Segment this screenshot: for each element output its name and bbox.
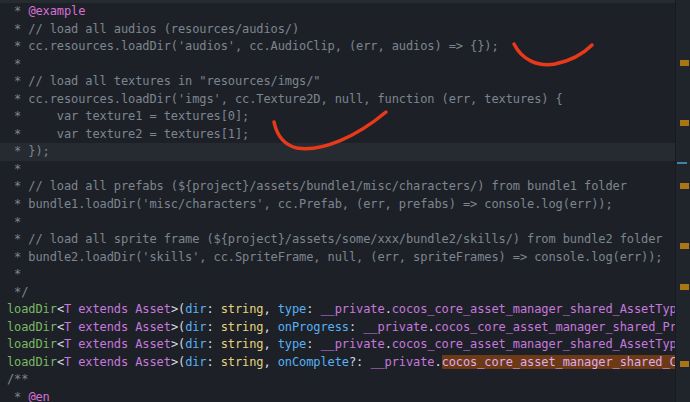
code-token: , bbox=[264, 355, 278, 369]
code-line[interactable]: * cc.resources.loadDir('audios', cc.Audi… bbox=[0, 38, 676, 56]
overview-ruler-match-marker bbox=[680, 243, 689, 249]
code-token: loadDir bbox=[7, 320, 57, 334]
code-line[interactable]: loadDir<T extends Asset>(dir: string, ty… bbox=[0, 336, 676, 354]
code-token: * bbox=[7, 267, 21, 281]
overview-ruler-match-marker bbox=[680, 60, 689, 66]
code-line[interactable]: * cc.resources.loadDir('imgs', cc.Textur… bbox=[0, 91, 676, 109]
code-line[interactable]: * bbox=[0, 266, 676, 284]
code-token: : bbox=[207, 320, 221, 334]
code-token: >( bbox=[171, 302, 185, 316]
code-line[interactable]: * @example bbox=[0, 3, 676, 21]
code-token: dir bbox=[185, 320, 206, 334]
code-token: * // load all textures in "resources/img… bbox=[7, 74, 320, 88]
code-line-current[interactable]: * }); bbox=[0, 143, 676, 161]
code-token: ?: bbox=[349, 355, 370, 369]
code-line[interactable]: * // load all audios (resources/audios/) bbox=[0, 21, 676, 39]
code-token: T extends Asset bbox=[64, 320, 171, 334]
code-token: : bbox=[306, 302, 320, 316]
code-token: * // load all audios (resources/audios/) bbox=[7, 22, 299, 36]
code-token: . bbox=[385, 337, 392, 351]
code-token: * // load all prefabs (${project}/assets… bbox=[7, 179, 627, 193]
code-token: * bbox=[7, 215, 21, 229]
code-token: : bbox=[207, 302, 221, 316]
code-token: , bbox=[264, 337, 278, 351]
code-token: */ bbox=[7, 285, 28, 299]
code-token: __private bbox=[321, 337, 385, 351]
code-line[interactable]: * var texture1 = textures[0]; bbox=[0, 108, 676, 126]
code-line[interactable]: * bbox=[0, 56, 676, 74]
overview-ruler-cursor-marker bbox=[677, 162, 687, 164]
code-token: * bbox=[7, 57, 21, 71]
code-token: < bbox=[57, 337, 64, 351]
scrollbar-overview-ruler[interactable] bbox=[675, 0, 690, 402]
code-line[interactable]: * bundle2.loadDir('skills', cc.SpriteFra… bbox=[0, 249, 676, 267]
code-line[interactable]: * // load all prefabs (${project}/assets… bbox=[0, 178, 676, 196]
code-line[interactable]: */ bbox=[0, 284, 676, 302]
code-line[interactable]: * bundle1.loadDir('misc/characters', cc.… bbox=[0, 196, 676, 214]
code-token: >( bbox=[171, 355, 185, 369]
code-token: type bbox=[278, 302, 307, 316]
code-area[interactable]: * @example * // load all audios (resourc… bbox=[0, 3, 676, 402]
code-line[interactable]: * @en bbox=[0, 389, 676, 402]
code-token: __private bbox=[370, 355, 434, 369]
code-token: >( bbox=[171, 320, 185, 334]
code-token: /** bbox=[7, 372, 28, 386]
code-token: >( bbox=[171, 337, 185, 351]
code-line[interactable]: loadDir<T extends Asset>(dir: string, on… bbox=[0, 319, 676, 337]
code-token: cocos_core_asset_manager_shared_Pr bbox=[435, 320, 677, 334]
code-token: dir bbox=[185, 337, 206, 351]
code-token: string bbox=[221, 337, 264, 351]
overview-ruler-match-marker bbox=[680, 361, 689, 367]
code-line[interactable]: /** bbox=[0, 371, 676, 389]
code-line[interactable]: * bbox=[0, 214, 676, 232]
code-token: * cc.resources.loadDir('audios', cc.Audi… bbox=[7, 39, 499, 53]
code-token: onProgress bbox=[278, 320, 349, 334]
code-token: * }); bbox=[7, 144, 50, 158]
code-token: @en bbox=[28, 390, 49, 402]
code-line[interactable]: * // load all sprite frame (${project}/a… bbox=[0, 231, 676, 249]
code-token: < bbox=[57, 355, 64, 369]
code-token: cocos_core_asset_manager_shared_AssetTyp bbox=[392, 337, 677, 351]
code-token: : bbox=[306, 337, 320, 351]
code-token: loadDir bbox=[7, 302, 57, 316]
code-token: type bbox=[278, 337, 307, 351]
code-token: __private bbox=[363, 320, 427, 334]
overview-ruler-match-marker bbox=[680, 284, 689, 290]
code-token: * bbox=[7, 4, 28, 18]
code-token: cocos_core_asset_manager_shared_AssetTyp bbox=[392, 302, 677, 316]
code-token: onComplete bbox=[278, 355, 349, 369]
code-token: T extends Asset bbox=[64, 355, 171, 369]
code-token: string bbox=[221, 355, 264, 369]
code-token: dir bbox=[185, 355, 206, 369]
code-token: T extends Asset bbox=[64, 302, 171, 316]
code-token: < bbox=[57, 320, 64, 334]
code-line[interactable]: * // load all textures in "resources/img… bbox=[0, 73, 676, 91]
code-line[interactable]: loadDir<T extends Asset>(dir: string, on… bbox=[0, 354, 676, 372]
code-line[interactable]: * var texture2 = textures[1]; bbox=[0, 126, 676, 144]
code-token: : bbox=[207, 355, 221, 369]
code-token: dir bbox=[185, 302, 206, 316]
code-token: . bbox=[435, 355, 442, 369]
code-token: , bbox=[264, 320, 278, 334]
code-token: __private bbox=[321, 302, 385, 316]
code-editor[interactable]: * @example * // load all audios (resourc… bbox=[0, 0, 690, 402]
code-token: . bbox=[427, 320, 434, 334]
code-token: * cc.resources.loadDir('imgs', cc.Textur… bbox=[7, 92, 563, 106]
code-token: , bbox=[264, 302, 278, 316]
code-token: T extends Asset bbox=[64, 337, 171, 351]
code-token: * var texture1 = textures[0]; bbox=[7, 109, 249, 123]
code-token: * var texture2 = textures[1]; bbox=[7, 127, 249, 141]
code-token: : bbox=[207, 337, 221, 351]
code-line[interactable]: * bbox=[0, 161, 676, 179]
code-token: * bundle2.loadDir('skills', cc.SpriteFra… bbox=[7, 250, 662, 264]
code-token: . bbox=[385, 302, 392, 316]
code-line[interactable]: loadDir<T extends Asset>(dir: string, ty… bbox=[0, 301, 676, 319]
code-token: < bbox=[57, 302, 64, 316]
code-token: string bbox=[221, 320, 264, 334]
code-token: * bbox=[7, 390, 28, 402]
code-token: * bbox=[7, 162, 21, 176]
code-token: loadDir bbox=[7, 355, 57, 369]
code-token: * // load all sprite frame (${project}/a… bbox=[7, 232, 662, 246]
code-token: @example bbox=[28, 4, 85, 18]
code-token: * bundle1.loadDir('misc/characters', cc.… bbox=[7, 197, 613, 211]
